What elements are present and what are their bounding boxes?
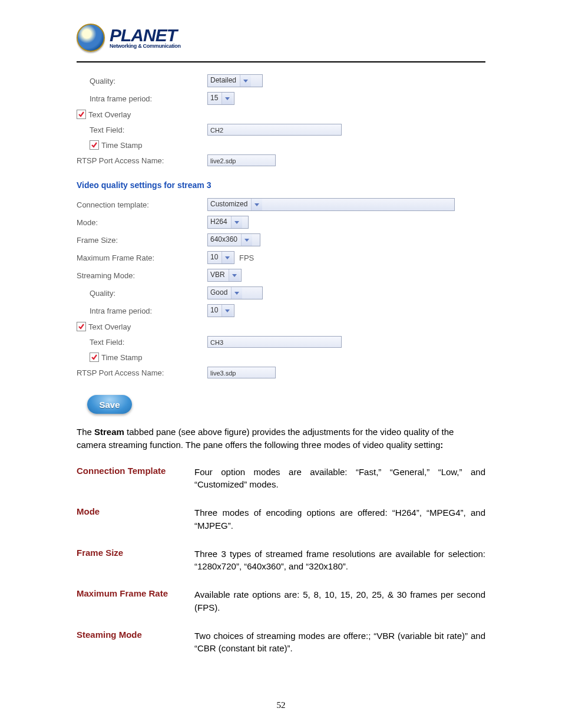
quality-row: Quality: Detailed (77, 74, 485, 87)
body-text-d: : (440, 440, 443, 450)
timestamp-label: Time Stamp (101, 141, 143, 150)
conn-template-select[interactable]: Customized (207, 198, 455, 211)
quality-value: Detailed (208, 75, 240, 87)
body-text-b: Stream (94, 427, 124, 437)
max-rate-value: 10 (208, 252, 222, 263)
intra3-label: Intra frame period: (90, 307, 207, 315)
streaming-mode-value: VBR (208, 269, 229, 281)
text-field3-input[interactable]: CH3 (207, 336, 342, 348)
conn-template-label: Connection template: (77, 200, 207, 209)
def-term: Frame Size (77, 548, 194, 574)
frame-size-row: Frame Size: 640x360 (77, 233, 485, 246)
quality3-row: Quality: Good (77, 286, 485, 299)
max-rate-select[interactable]: 10 (207, 251, 234, 264)
rtsp-row: RTSP Port Access Name: live2.sdp (77, 154, 485, 166)
mode-value: H264 (208, 216, 231, 228)
timestamp-checkbox[interactable] (90, 140, 99, 150)
logo: PLANET Networking & Communication (77, 24, 562, 52)
mode-row: Mode: H264 (77, 216, 485, 229)
save-button[interactable]: Save (87, 395, 132, 414)
chevron-down-icon (240, 75, 251, 87)
intra-label: Intra frame period: (90, 94, 207, 103)
timestamp3-label: Time Stamp (101, 353, 143, 362)
streaming-mode-row: Streaming Mode: VBR (77, 269, 485, 282)
def-desc: Three modes of encoding options are offe… (194, 506, 485, 532)
text-field-row: Text Field: CH2 (77, 124, 485, 136)
timestamp3-row: Time Stamp (77, 353, 485, 362)
intra3-select[interactable]: 10 (207, 304, 234, 317)
def-term: Mode (77, 506, 194, 532)
streaming-mode-select[interactable]: VBR (207, 269, 242, 282)
quality-label: Quality: (90, 77, 207, 85)
text-field-label: Text Field: (90, 126, 207, 134)
intra3-row: Intra frame period: 10 (77, 304, 485, 317)
text-field-input[interactable]: CH2 (207, 124, 342, 136)
mode-select[interactable]: H264 (207, 216, 249, 229)
frame-size-label: Frame Size: (77, 236, 207, 245)
mode-label: Mode: (77, 218, 207, 227)
header-divider (77, 61, 485, 62)
rtsp-input[interactable]: live2.sdp (207, 154, 276, 166)
quality3-label: Quality: (90, 289, 207, 298)
def-row: Steaming Mode Two choices of streaming m… (77, 630, 485, 655)
conn-template-value: Customized (208, 199, 251, 210)
def-term: Maximum Frame Rate (77, 588, 194, 614)
chevron-down-icon (222, 305, 233, 317)
text-overlay3-label: Text Overlay (88, 322, 131, 331)
def-term: Steaming Mode (77, 630, 194, 655)
max-rate-label: Maximum Frame Rate: (77, 253, 207, 262)
def-desc: Four option modes are available: “Fast,”… (194, 466, 485, 492)
def-desc: Three 3 types of streamed frame resoluti… (194, 548, 485, 574)
body-paragraph: The Stream tabbed pane (see above figure… (77, 426, 485, 452)
def-term: Connection Template (77, 466, 194, 492)
rtsp-label: RTSP Port Access Name: (77, 156, 207, 165)
text-overlay3-checkbox[interactable] (77, 322, 86, 331)
rtsp3-label: RTSP Port Access Name: (77, 368, 207, 377)
conn-template-row: Connection template: Customized (77, 198, 485, 211)
chevron-down-icon (251, 199, 262, 210)
def-row: Connection Template Four option modes ar… (77, 466, 485, 492)
logo-tagline: Networking & Communication (110, 43, 181, 49)
stream3-heading: Video quality settings for stream 3 (77, 180, 485, 190)
intra-select[interactable]: 15 (207, 92, 234, 105)
rtsp3-row: RTSP Port Access Name: live3.sdp (77, 367, 485, 378)
page-header: PLANET Networking & Communication (0, 0, 562, 52)
text-field3-label: Text Field: (90, 338, 207, 347)
timestamp-row: Time Stamp (77, 140, 485, 150)
rtsp3-input[interactable]: live3.sdp (207, 367, 276, 378)
text-overlay3-row: Text Overlay (77, 322, 485, 331)
max-rate-suffix: FPS (239, 253, 254, 262)
text-field3-row: Text Field: CH3 (77, 336, 485, 348)
max-rate-row: Maximum Frame Rate: 10 FPS (77, 251, 485, 264)
def-row: Maximum Frame Rate Available rate option… (77, 588, 485, 614)
text-overlay-checkbox[interactable] (77, 110, 86, 119)
body-text-c: tabbed pane (see above figure) provides … (77, 427, 454, 450)
intra-row: Intra frame period: 15 (77, 92, 485, 105)
settings-form: Quality: Detailed Intra frame period: 15… (77, 74, 485, 414)
chevron-down-icon (222, 252, 233, 263)
quality3-value: Good (208, 287, 231, 299)
page-number: 52 (0, 700, 562, 710)
text-overlay-row: Text Overlay (77, 110, 485, 119)
def-desc: Two choices of streaming modes are offer… (194, 630, 485, 655)
text-overlay-label: Text Overlay (88, 110, 131, 119)
chevron-down-icon (241, 234, 252, 246)
intra3-value: 10 (208, 305, 222, 317)
chevron-down-icon (231, 287, 242, 299)
timestamp3-checkbox[interactable] (90, 353, 99, 362)
def-row: Frame Size Three 3 types of streamed fra… (77, 548, 485, 574)
intra-value: 15 (208, 93, 222, 104)
planet-globe-icon (77, 24, 105, 52)
def-row: Mode Three modes of encoding options are… (77, 506, 485, 532)
chevron-down-icon (231, 216, 242, 228)
streaming-mode-label: Streaming Mode: (77, 271, 207, 280)
frame-size-select[interactable]: 640x360 (207, 233, 260, 246)
chevron-down-icon (229, 269, 240, 281)
body-text-a: The (77, 427, 94, 437)
quality3-select[interactable]: Good (207, 286, 263, 299)
quality-select[interactable]: Detailed (207, 74, 263, 87)
def-desc: Available rate options are: 5, 8, 10, 15… (194, 588, 485, 614)
logo-name: PLANET (110, 27, 181, 43)
chevron-down-icon (222, 93, 233, 104)
frame-size-value: 640x360 (208, 234, 241, 246)
